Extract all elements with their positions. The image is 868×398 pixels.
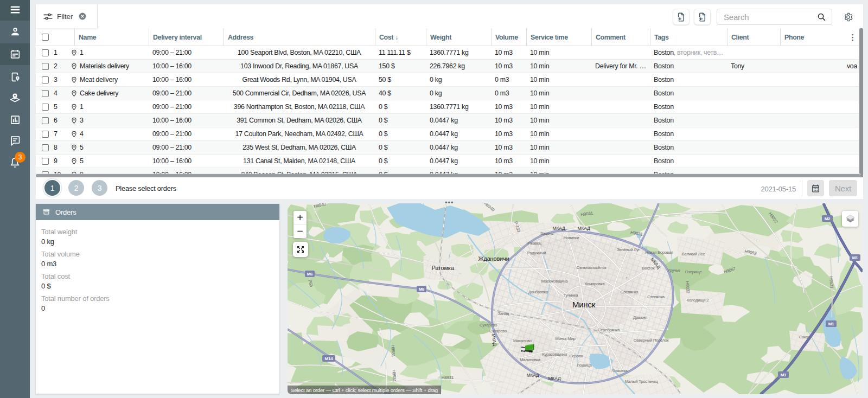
svg-text:Восток: Восток [642, 266, 655, 271]
svg-text:МКАД: МКАД [553, 226, 565, 231]
svg-text:Н8931: Н8931 [391, 344, 396, 357]
svg-text:Уручье: Уручье [667, 268, 680, 273]
svg-text:M1: M1 [828, 322, 834, 326]
svg-text:Северный Посёлок: Северный Посёлок [634, 338, 669, 343]
svg-text:МКАД: МКАД [527, 373, 539, 378]
svg-text:Серебрянка: Серебрянка [598, 328, 621, 332]
svg-text:Запад: Запад [498, 311, 509, 316]
svg-text:Чижовка: Чижовка [612, 368, 628, 373]
svg-text:Донбровка: Донбровка [528, 290, 548, 294]
svg-text:Сельхозпосёлок: Сельхозпосёлок [577, 265, 607, 270]
svg-text:Сухарево: Сухарево [489, 329, 507, 333]
svg-text:Минск: Минск [572, 300, 596, 309]
svg-text:Сокол: Сокол [799, 335, 810, 339]
svg-text:Дражня: Дражня [633, 315, 647, 320]
svg-text:Серова: Серова [569, 354, 583, 358]
svg-text:Слепянка: Слепянка [621, 290, 639, 294]
svg-text:Степянка: Степянка [647, 294, 665, 299]
svg-text:M1: M1 [852, 255, 858, 260]
svg-text:Минск Мир: Минск Мир [556, 336, 576, 341]
svg-text:Курасовщина: Курасовщина [542, 352, 567, 357]
svg-text:Зелёный Луг: Зелёный Луг [617, 247, 640, 252]
svg-text:Радужный: Радужный [527, 251, 546, 255]
svg-text:Комаровка: Комаровка [585, 281, 605, 286]
svg-text:Н8931: Н8931 [442, 375, 454, 380]
svg-text:M2: M2 [825, 216, 831, 221]
svg-text:М6: М6 [307, 272, 313, 277]
svg-text:МКАД: МКАД [548, 376, 561, 381]
svg-text:М6: М6 [419, 287, 425, 292]
svg-text:Сухарево: Сухарево [480, 323, 497, 328]
svg-text:Михалово: Михалово [513, 338, 532, 343]
svg-text:Ждановичи: Ждановичи [478, 255, 509, 262]
svg-text:M1: M1 [781, 373, 787, 377]
svg-text:Колодищи 2: Колодищи 2 [687, 298, 709, 303]
svg-text:Тучинка: Тучинка [564, 293, 579, 298]
svg-text:Великий Лес: Великий Лес [682, 252, 705, 256]
svg-text:Н8931: Н8931 [392, 369, 397, 382]
svg-text:Озерище: Озерище [685, 269, 702, 274]
svg-text:Малый Тростенец: Малый Тростенец [625, 379, 659, 384]
svg-text:Малиновка: Малиновка [520, 357, 541, 362]
svg-text:М14: М14 [325, 356, 334, 361]
svg-text:Зацень: Зацень [540, 231, 553, 236]
svg-text:МКАД: МКАД [578, 226, 590, 231]
svg-text:Лошица: Лошица [577, 363, 592, 368]
svg-text:Новая Боровая: Новая Боровая [645, 250, 673, 255]
svg-text:Ратомка: Ратомка [431, 265, 454, 271]
svg-text:Ржавец: Ржавец [527, 241, 542, 246]
svg-text:Новинки: Новинки [564, 235, 579, 240]
svg-text:Масюковщина: Масюковщина [541, 279, 568, 284]
